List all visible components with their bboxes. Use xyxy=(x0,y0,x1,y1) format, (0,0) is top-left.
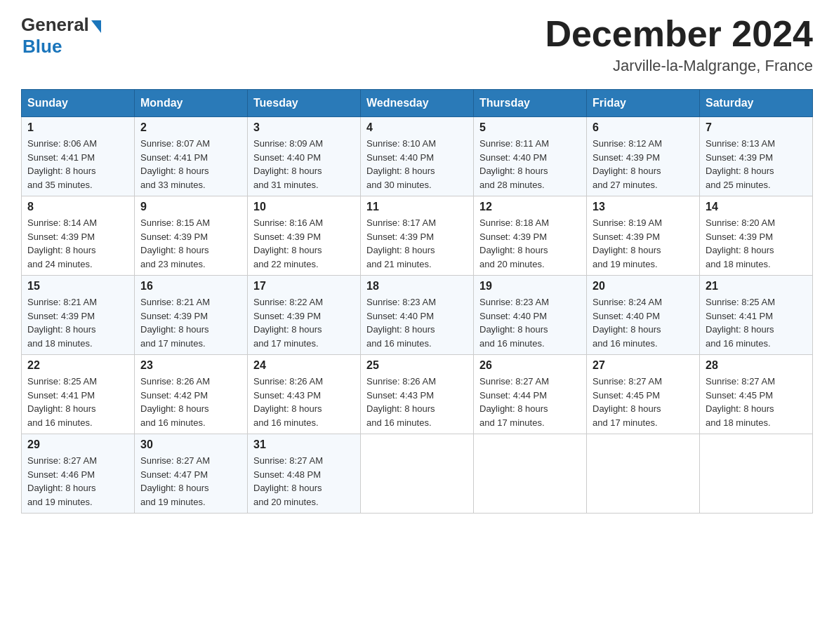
day-info: Sunrise: 8:18 AMSunset: 4:39 PMDaylight:… xyxy=(479,216,581,271)
day-info: Sunrise: 8:26 AMSunset: 4:42 PMDaylight:… xyxy=(140,375,241,429)
day-number: 31 xyxy=(253,438,355,451)
page-header: General Blue December 2024 Jarville-la-M… xyxy=(21,14,813,75)
calendar-day-cell: 19Sunrise: 8:23 AMSunset: 4:40 PMDayligh… xyxy=(474,276,587,355)
day-number: 13 xyxy=(593,201,694,213)
day-info: Sunrise: 8:27 AMSunset: 4:48 PMDaylight:… xyxy=(253,454,355,509)
day-info: Sunrise: 8:21 AMSunset: 4:39 PMDaylight:… xyxy=(140,295,241,350)
day-info: Sunrise: 8:15 AMSunset: 4:39 PMDaylight:… xyxy=(140,216,241,271)
day-info: Sunrise: 8:27 AMSunset: 4:44 PMDaylight:… xyxy=(479,375,581,429)
calendar-day-cell: 23Sunrise: 8:26 AMSunset: 4:42 PMDayligh… xyxy=(135,355,248,434)
calendar-day-cell: 28Sunrise: 8:27 AMSunset: 4:45 PMDayligh… xyxy=(700,355,813,434)
calendar-header-friday: Friday xyxy=(587,90,700,117)
day-info: Sunrise: 8:20 AMSunset: 4:39 PMDaylight:… xyxy=(706,216,807,271)
day-number: 7 xyxy=(706,121,807,134)
calendar-header-thursday: Thursday xyxy=(474,90,587,117)
day-number: 3 xyxy=(253,121,355,134)
month-title: December 2024 xyxy=(545,14,813,54)
day-info: Sunrise: 8:27 AMSunset: 4:45 PMDaylight:… xyxy=(706,375,807,429)
calendar-day-cell: 27Sunrise: 8:27 AMSunset: 4:45 PMDayligh… xyxy=(587,355,700,434)
day-info: Sunrise: 8:14 AMSunset: 4:39 PMDaylight:… xyxy=(27,216,128,271)
day-info: Sunrise: 8:11 AMSunset: 4:40 PMDaylight:… xyxy=(479,137,581,192)
day-number: 5 xyxy=(479,121,581,134)
calendar-header-monday: Monday xyxy=(135,90,248,117)
day-number: 2 xyxy=(140,121,241,134)
day-number: 16 xyxy=(140,280,241,293)
calendar-day-cell: 8Sunrise: 8:14 AMSunset: 4:39 PMDaylight… xyxy=(22,196,135,276)
calendar-week-row: 1Sunrise: 8:06 AMSunset: 4:41 PMDaylight… xyxy=(22,117,813,196)
day-number: 24 xyxy=(253,359,355,372)
day-info: Sunrise: 8:13 AMSunset: 4:39 PMDaylight:… xyxy=(706,137,807,192)
calendar-day-cell: 31Sunrise: 8:27 AMSunset: 4:48 PMDayligh… xyxy=(248,434,361,514)
day-info: Sunrise: 8:27 AMSunset: 4:45 PMDaylight:… xyxy=(593,375,694,429)
calendar-day-cell: 25Sunrise: 8:26 AMSunset: 4:43 PMDayligh… xyxy=(361,355,474,434)
calendar-day-cell: 2Sunrise: 8:07 AMSunset: 4:41 PMDaylight… xyxy=(135,117,248,196)
day-number: 6 xyxy=(593,121,694,134)
title-section: December 2024 Jarville-la-Malgrange, Fra… xyxy=(545,14,813,75)
calendar-day-cell: 9Sunrise: 8:15 AMSunset: 4:39 PMDaylight… xyxy=(135,196,248,276)
logo: General Blue xyxy=(21,14,101,58)
day-info: Sunrise: 8:24 AMSunset: 4:40 PMDaylight:… xyxy=(593,295,694,350)
day-number: 20 xyxy=(593,280,694,293)
calendar-day-cell: 4Sunrise: 8:10 AMSunset: 4:40 PMDaylight… xyxy=(361,117,474,196)
day-number: 14 xyxy=(706,201,807,213)
day-number: 18 xyxy=(366,280,468,293)
day-number: 10 xyxy=(253,201,355,213)
day-info: Sunrise: 8:25 AMSunset: 4:41 PMDaylight:… xyxy=(706,295,807,350)
calendar-day-cell: 22Sunrise: 8:25 AMSunset: 4:41 PMDayligh… xyxy=(22,355,135,434)
day-info: Sunrise: 8:16 AMSunset: 4:39 PMDaylight:… xyxy=(253,216,355,271)
calendar-day-cell: 20Sunrise: 8:24 AMSunset: 4:40 PMDayligh… xyxy=(587,276,700,355)
day-number: 22 xyxy=(27,359,128,372)
day-number: 8 xyxy=(27,201,128,213)
day-info: Sunrise: 8:27 AMSunset: 4:46 PMDaylight:… xyxy=(27,454,128,509)
calendar-day-cell: 26Sunrise: 8:27 AMSunset: 4:44 PMDayligh… xyxy=(474,355,587,434)
day-number: 27 xyxy=(593,359,694,372)
day-info: Sunrise: 8:17 AMSunset: 4:39 PMDaylight:… xyxy=(366,216,468,271)
day-number: 30 xyxy=(140,438,241,451)
calendar-day-cell: 14Sunrise: 8:20 AMSunset: 4:39 PMDayligh… xyxy=(700,196,813,276)
calendar-week-row: 29Sunrise: 8:27 AMSunset: 4:46 PMDayligh… xyxy=(22,434,813,514)
calendar-day-cell: 11Sunrise: 8:17 AMSunset: 4:39 PMDayligh… xyxy=(361,196,474,276)
logo-triangle-icon xyxy=(91,20,101,33)
calendar-day-cell xyxy=(700,434,813,514)
day-number: 15 xyxy=(27,280,128,293)
day-info: Sunrise: 8:23 AMSunset: 4:40 PMDaylight:… xyxy=(479,295,581,350)
calendar-day-cell: 3Sunrise: 8:09 AMSunset: 4:40 PMDaylight… xyxy=(248,117,361,196)
calendar-day-cell: 12Sunrise: 8:18 AMSunset: 4:39 PMDayligh… xyxy=(474,196,587,276)
day-number: 17 xyxy=(253,280,355,293)
calendar-week-row: 8Sunrise: 8:14 AMSunset: 4:39 PMDaylight… xyxy=(22,196,813,276)
day-number: 21 xyxy=(706,280,807,293)
day-info: Sunrise: 8:27 AMSunset: 4:47 PMDaylight:… xyxy=(140,454,241,509)
calendar-day-cell: 24Sunrise: 8:26 AMSunset: 4:43 PMDayligh… xyxy=(248,355,361,434)
calendar-day-cell: 7Sunrise: 8:13 AMSunset: 4:39 PMDaylight… xyxy=(700,117,813,196)
calendar-table: SundayMondayTuesdayWednesdayThursdayFrid… xyxy=(21,89,813,514)
day-number: 19 xyxy=(479,280,581,293)
day-number: 28 xyxy=(706,359,807,372)
day-info: Sunrise: 8:19 AMSunset: 4:39 PMDaylight:… xyxy=(593,216,694,271)
calendar-day-cell: 18Sunrise: 8:23 AMSunset: 4:40 PMDayligh… xyxy=(361,276,474,355)
calendar-day-cell: 6Sunrise: 8:12 AMSunset: 4:39 PMDaylight… xyxy=(587,117,700,196)
day-info: Sunrise: 8:25 AMSunset: 4:41 PMDaylight:… xyxy=(27,375,128,429)
day-info: Sunrise: 8:10 AMSunset: 4:40 PMDaylight:… xyxy=(366,137,468,192)
day-info: Sunrise: 8:23 AMSunset: 4:40 PMDaylight:… xyxy=(366,295,468,350)
calendar-day-cell xyxy=(361,434,474,514)
calendar-day-cell: 1Sunrise: 8:06 AMSunset: 4:41 PMDaylight… xyxy=(22,117,135,196)
calendar-day-cell: 29Sunrise: 8:27 AMSunset: 4:46 PMDayligh… xyxy=(22,434,135,514)
day-number: 26 xyxy=(479,359,581,372)
day-info: Sunrise: 8:22 AMSunset: 4:39 PMDaylight:… xyxy=(253,295,355,350)
calendar-header-sunday: Sunday xyxy=(22,90,135,117)
day-info: Sunrise: 8:26 AMSunset: 4:43 PMDaylight:… xyxy=(366,375,468,429)
day-number: 12 xyxy=(479,201,581,213)
day-number: 11 xyxy=(366,201,468,213)
calendar-day-cell xyxy=(474,434,587,514)
calendar-day-cell: 13Sunrise: 8:19 AMSunset: 4:39 PMDayligh… xyxy=(587,196,700,276)
calendar-header-wednesday: Wednesday xyxy=(361,90,474,117)
calendar-header-saturday: Saturday xyxy=(700,90,813,117)
day-number: 1 xyxy=(27,121,128,134)
day-number: 25 xyxy=(366,359,468,372)
calendar-header-tuesday: Tuesday xyxy=(248,90,361,117)
day-info: Sunrise: 8:12 AMSunset: 4:39 PMDaylight:… xyxy=(593,137,694,192)
logo-general-text: General xyxy=(21,14,89,36)
location-subtitle: Jarville-la-Malgrange, France xyxy=(545,57,813,75)
calendar-header-row: SundayMondayTuesdayWednesdayThursdayFrid… xyxy=(22,90,813,117)
calendar-day-cell: 5Sunrise: 8:11 AMSunset: 4:40 PMDaylight… xyxy=(474,117,587,196)
